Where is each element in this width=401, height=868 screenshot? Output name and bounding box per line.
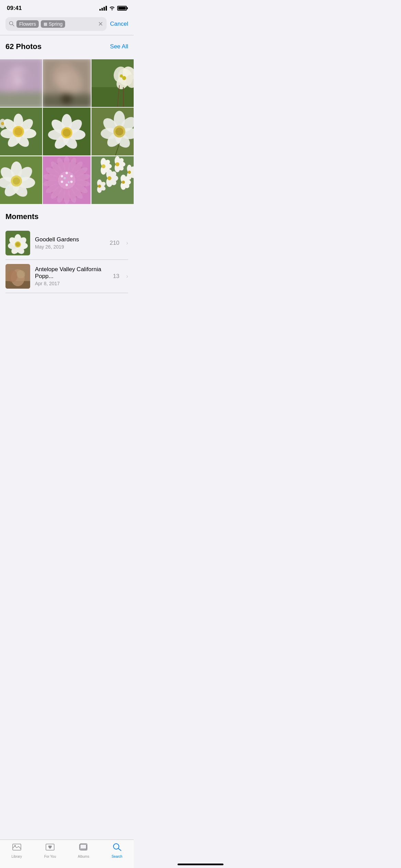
calendar-icon: ▦ (44, 22, 47, 26)
photo-cell-7[interactable] (0, 156, 42, 204)
spring-tag-label: Spring (49, 21, 62, 27)
cancel-button[interactable]: Cancel (110, 21, 128, 27)
svg-point-117 (127, 170, 131, 173)
svg-point-93 (70, 180, 73, 183)
photos-section: 62 Photos See All (0, 35, 134, 59)
svg-point-69 (22, 175, 24, 177)
svg-point-111 (115, 162, 119, 166)
svg-point-6 (14, 77, 23, 86)
search-input-container[interactable]: Flowers ▦ Spring ✕ (5, 17, 107, 31)
photo-cell-2[interactable] (43, 59, 90, 107)
moment-name-goodell: Goodell Gardens (35, 236, 105, 243)
photo-cell-6[interactable] (92, 108, 134, 155)
battery-icon (117, 6, 127, 11)
svg-point-92 (70, 175, 73, 177)
photo-cell-3[interactable] (92, 59, 134, 107)
flowers-tag-label: Flowers (19, 21, 36, 27)
moment-thumb-antelope (5, 264, 30, 289)
svg-point-36 (1, 122, 4, 125)
spring-tag[interactable]: ▦ Spring (41, 20, 65, 28)
svg-point-123 (107, 176, 111, 180)
chevron-icon-goodell: › (126, 240, 128, 246)
svg-point-149 (17, 270, 25, 278)
svg-point-67 (13, 177, 20, 184)
svg-point-144 (16, 242, 20, 246)
moment-thumb-goodell (5, 231, 30, 255)
photo-cell-8[interactable] (43, 156, 90, 204)
svg-point-97 (64, 177, 66, 179)
svg-point-68 (8, 186, 9, 188)
svg-point-94 (66, 184, 68, 186)
svg-point-34 (14, 128, 22, 135)
svg-point-91 (66, 172, 68, 174)
svg-rect-15 (92, 87, 134, 107)
photo-grid (0, 59, 134, 204)
moment-count-goodell: 210 (110, 240, 119, 246)
svg-point-46 (63, 129, 71, 137)
photos-count: 62 Photos (5, 42, 41, 51)
svg-point-105 (101, 164, 106, 168)
moments-title: Moments (5, 212, 128, 221)
search-bar: Flowers ▦ Spring ✕ Cancel (0, 14, 134, 35)
photo-cell-5[interactable] (43, 108, 90, 155)
moment-name-antelope: Antelope Valley California Popp... (35, 266, 108, 280)
photos-header: 62 Photos See All (5, 42, 128, 51)
photo-cell-4[interactable] (0, 108, 42, 155)
clear-button[interactable]: ✕ (98, 20, 103, 28)
status-time: 09:41 (7, 5, 22, 12)
photo-cell-1[interactable] (0, 59, 42, 107)
moment-date-goodell: May 26, 2019 (35, 244, 105, 250)
svg-point-95 (61, 180, 63, 183)
signal-icon (99, 6, 107, 11)
moment-date-antelope: Apr 8, 2017 (35, 281, 108, 286)
status-bar: 09:41 (0, 0, 134, 14)
moment-info-antelope: Antelope Valley California Popp... Apr 8… (35, 266, 108, 286)
svg-point-56 (115, 128, 123, 135)
svg-point-98 (68, 181, 70, 183)
svg-point-134 (98, 184, 101, 188)
see-all-button[interactable]: See All (110, 43, 128, 50)
svg-point-24 (120, 74, 123, 77)
moment-count-antelope: 13 (113, 273, 119, 280)
moment-item-goodell[interactable]: Goodell Gardens May 26, 2019 210 › (5, 227, 128, 260)
moment-item-antelope[interactable]: Antelope Valley California Popp... Apr 8… (5, 260, 128, 293)
wifi-icon (109, 5, 115, 11)
svg-point-129 (122, 180, 125, 183)
svg-point-96 (61, 175, 63, 177)
moment-info-goodell: Goodell Gardens May 26, 2019 (35, 236, 105, 250)
chevron-icon-antelope: › (126, 273, 128, 280)
moments-section: Moments Goodell Gardens May 26, 2019 210… (0, 204, 134, 293)
svg-line-1 (13, 24, 14, 26)
search-icon (9, 21, 14, 27)
flowers-tag[interactable]: Flowers (16, 20, 39, 28)
svg-rect-7 (0, 92, 42, 107)
status-icons (99, 5, 127, 11)
svg-point-148 (7, 270, 17, 282)
photo-cell-9[interactable] (92, 156, 134, 204)
